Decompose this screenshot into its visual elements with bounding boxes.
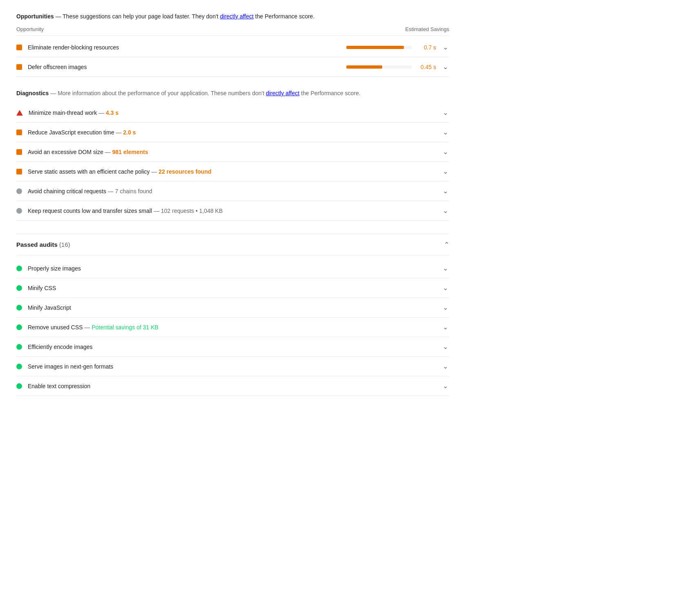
passed-audits-title: Passed audits (16, 241, 58, 248)
red-triangle-icon (16, 110, 23, 116)
diagnostic-row-keep-request-counts[interactable]: Keep request counts low and transfer siz… (16, 201, 449, 221)
opportunities-list: Eliminate render-blocking resources0.7 s… (16, 38, 449, 77)
detail-separator: — (108, 188, 115, 194)
opportunities-link[interactable]: directly affect (220, 13, 254, 20)
opportunity-row-defer-offscreen[interactable]: Defer offscreen images0.45 s⌄ (16, 57, 449, 77)
diagnostic-label: Reduce JavaScript execution time — 2.0 s (28, 129, 441, 136)
passed-audit-row-serve-next-gen-formats[interactable]: Serve images in next-gen formats⌄ (16, 357, 449, 376)
green-circle-icon (16, 305, 22, 311)
chevron-down-icon: ⌄ (441, 187, 449, 195)
audit-savings: 0.7 s⌄ (346, 43, 449, 51)
chevron-down-icon: ⌄ (441, 284, 449, 292)
chevron-down-icon: ⌄ (441, 304, 449, 311)
diagnostic-label: Keep request counts low and transfer siz… (28, 208, 441, 214)
passed-audit-label: Efficiently encode images (28, 344, 441, 350)
opportunities-col-headers: Opportunity Estimated Savings (16, 26, 449, 36)
passed-audit-label: Serve images in next-gen formats (28, 363, 441, 370)
detail-separator: — (154, 208, 161, 214)
diagnostics-list: Minimize main-thread work — 4.3 s⌄Reduce… (16, 103, 449, 221)
orange-square-icon (16, 169, 22, 174)
gray-circle-icon (16, 188, 22, 194)
detail-value: 22 resources found (158, 168, 211, 175)
opportunities-description: — These suggestions can help your page l… (56, 13, 315, 20)
detail-separator: — (98, 110, 106, 116)
opportunities-header: Opportunities — These suggestions can he… (16, 13, 449, 20)
detail-value: Potential savings of 31 KB (91, 324, 158, 331)
chevron-down-icon: ⌄ (441, 382, 449, 390)
passed-audit-label: Minify CSS (28, 285, 441, 291)
green-circle-icon (16, 324, 22, 330)
diagnostics-link[interactable]: directly affect (266, 90, 299, 96)
detail-value: 102 requests • 1,048 KB (161, 208, 223, 214)
passed-audit-row-remove-unused-css[interactable]: Remove unused CSS — Potential savings of… (16, 317, 449, 337)
savings-value: 0.45 s (417, 64, 436, 70)
savings-value: 0.7 s (417, 44, 436, 51)
green-circle-icon (16, 344, 22, 350)
orange-square-icon (16, 130, 22, 135)
diagnostic-row-minimize-main-thread[interactable]: Minimize main-thread work — 4.3 s⌄ (16, 103, 449, 123)
orange-square-icon (16, 64, 22, 70)
orange-square-icon (16, 149, 22, 155)
diagnostic-row-serve-static-assets[interactable]: Serve static assets with an efficient ca… (16, 162, 449, 181)
passed-audit-row-minify-css[interactable]: Minify CSS⌄ (16, 278, 449, 298)
diagnostics-section: Diagnostics — More information about the… (16, 90, 449, 96)
detail-separator: — (105, 149, 112, 155)
passed-audit-row-minify-javascript[interactable]: Minify JavaScript⌄ (16, 298, 449, 317)
opportunity-row-eliminate-render-blocking[interactable]: Eliminate render-blocking resources0.7 s… (16, 38, 449, 57)
chevron-down-icon: ⌄ (441, 343, 449, 351)
detail-separator: — (83, 324, 92, 331)
chevron-down-icon: ⌄ (441, 168, 449, 175)
passed-audit-label: Properly size images (28, 265, 441, 272)
diagnostic-row-avoid-excessive-dom[interactable]: Avoid an excessive DOM size — 981 elemen… (16, 142, 449, 162)
chevron-down-icon: ⌄ (441, 63, 449, 71)
audit-label: Eliminate render-blocking resources (28, 44, 346, 51)
savings-bar-container (346, 65, 412, 69)
diagnostics-title: Diagnostics (16, 90, 49, 96)
chevron-down-icon: ⌄ (441, 323, 449, 331)
passed-audit-row-properly-size-images[interactable]: Properly size images⌄ (16, 259, 449, 278)
chevron-down-icon: ⌄ (441, 362, 449, 370)
passed-audits-chevron-up-icon: ⌃ (444, 241, 449, 248)
passed-audits-header[interactable]: Passed audits (16) ⌃ (16, 234, 449, 255)
orange-square-icon (16, 45, 22, 50)
opportunities-title: Opportunities (16, 13, 54, 20)
diagnostic-row-reduce-js-execution[interactable]: Reduce JavaScript execution time — 2.0 s… (16, 123, 449, 142)
passed-audit-label: Remove unused CSS — Potential savings of… (28, 324, 441, 331)
passed-audit-row-enable-text-compression[interactable]: Enable text compression⌄ (16, 376, 449, 396)
chevron-down-icon: ⌄ (441, 264, 449, 272)
diagnostic-row-avoid-chaining[interactable]: Avoid chaining critical requests — 7 cha… (16, 181, 449, 201)
audit-savings: 0.45 s⌄ (346, 63, 449, 71)
col-opportunity: Opportunity (16, 26, 44, 32)
detail-value: 981 elements (112, 149, 148, 155)
green-circle-icon (16, 383, 22, 389)
detail-value: 2.0 s (123, 129, 136, 136)
detail-value: 4.3 s (106, 110, 118, 116)
diagnostic-label: Serve static assets with an efficient ca… (28, 168, 441, 175)
detail-value: 7 chains found (115, 188, 152, 194)
passed-audits-list: Properly size images⌄Minify CSS⌄Minify J… (16, 259, 449, 396)
diagnostics-description: — More information about the performance… (50, 90, 360, 96)
passed-audit-row-efficiently-encode-images[interactable]: Efficiently encode images⌄ (16, 337, 449, 357)
green-circle-icon (16, 364, 22, 369)
chevron-down-icon: ⌄ (441, 148, 449, 156)
detail-separator: — (116, 129, 123, 136)
diagnostics-header-text: Diagnostics — More information about the… (16, 90, 449, 96)
passed-audit-label: Enable text compression (28, 383, 441, 389)
chevron-down-icon: ⌄ (441, 109, 449, 116)
opportunities-section: Opportunities — These suggestions can he… (16, 13, 449, 77)
savings-bar (346, 65, 382, 69)
green-circle-icon (16, 285, 22, 291)
chevron-down-icon: ⌄ (441, 207, 449, 215)
chevron-down-icon: ⌄ (441, 128, 449, 136)
diagnostic-label: Minimize main-thread work — 4.3 s (29, 110, 441, 116)
chevron-down-icon: ⌄ (441, 43, 449, 51)
diagnostic-label: Avoid chaining critical requests — 7 cha… (28, 188, 441, 194)
passed-audits-count: (16) (59, 241, 70, 248)
gray-circle-icon (16, 208, 22, 214)
detail-separator: — (151, 168, 158, 175)
savings-bar-container (346, 46, 412, 49)
savings-bar (346, 46, 404, 49)
green-circle-icon (16, 266, 22, 271)
audit-label: Defer offscreen images (28, 64, 346, 70)
diagnostic-label: Avoid an excessive DOM size — 981 elemen… (28, 149, 441, 155)
